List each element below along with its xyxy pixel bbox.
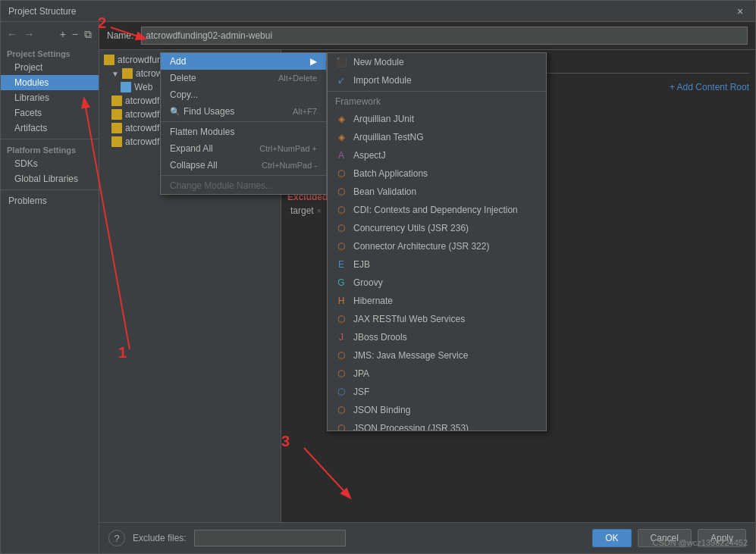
ctx-item-delete[interactable]: Delete Alt+Delete [161, 70, 326, 86]
sidebar-item-project[interactable]: Project [1, 60, 99, 75]
folder-icon [111, 123, 122, 133]
arq-icon: ◈ [335, 113, 347, 125]
jax-icon: ⬡ [335, 313, 347, 325]
submenu-ejb[interactable]: E EJB [328, 255, 546, 274]
submenu-json-binding[interactable]: ⬡ JSON Binding [328, 401, 546, 419]
ejb-icon: E [335, 258, 347, 271]
bottom-left: ? Exclude files: [108, 530, 346, 546]
json-icon: ⬡ [335, 404, 347, 416]
ctx-item-change-names[interactable]: Change Module Names... [161, 177, 326, 194]
remove-module-button[interactable]: − [70, 27, 80, 42]
submenu-concurrency[interactable]: ⬡ Concurrency Utils (JSR 236) [328, 219, 546, 237]
jms-icon: ⬡ [335, 349, 347, 362]
sidebar-item-libraries[interactable]: Libraries [1, 90, 99, 105]
sidebar-item-sdks[interactable]: SDKs [1, 156, 99, 171]
jsf-icon: ⬡ [335, 386, 347, 398]
folder-icon [104, 55, 114, 65]
ctx-separator-2 [161, 175, 326, 176]
ctx-item-add[interactable]: Add ▶ [161, 53, 326, 70]
submenu-jax[interactable]: ⬡ JAX RESTful Web Services [328, 310, 546, 328]
name-input[interactable] [141, 27, 748, 45]
module-icon: ⬛ [335, 56, 347, 68]
submenu-arquillian-testng[interactable]: ◈ Arquillian TestNG [328, 128, 546, 146]
help-button[interactable]: ? [108, 530, 125, 546]
sidebar-item-problems[interactable]: Problems [1, 193, 99, 208]
groovy-icon: G [335, 277, 347, 289]
jboss-icon: J [335, 331, 347, 343]
sidebar-divider [1, 139, 99, 139]
forward-button[interactable]: → [22, 27, 36, 42]
ctx-separator-1 [161, 121, 326, 122]
back-button[interactable]: ← [5, 27, 19, 42]
ok-button[interactable]: OK [592, 529, 631, 547]
sidebar-item-global-libraries[interactable]: Global Libraries [1, 171, 99, 186]
batch-icon: ⬡ [335, 167, 347, 180]
submenu-json-processing[interactable]: ⬡ JSON Processing (JSR 353) [328, 419, 546, 431]
arq2-icon: ◈ [335, 131, 347, 143]
submenu-jms[interactable]: ⬡ JMS: Java Message Service [328, 346, 546, 365]
submenu-framework-header: Framework [328, 93, 546, 110]
add-module-button[interactable]: + [58, 27, 68, 42]
copy-module-button[interactable]: ⧉ [82, 27, 94, 42]
hibernate-icon: H [335, 295, 347, 307]
folder-icon [122, 68, 133, 79]
platform-settings-label: Platform Settings [1, 142, 99, 156]
submenu-arquillian-junit[interactable]: ◈ Arquillian JUnit [328, 110, 546, 128]
exclude-files-label: Exclude files: [133, 533, 187, 543]
dialog-title: Project Structure [8, 6, 76, 17]
excluded-folder-path: target [290, 205, 314, 216]
ctx-item-flatten[interactable]: Flatten Modules [161, 124, 326, 140]
sidebar-item-artifacts[interactable]: Artifacts [1, 121, 99, 136]
module-icon [121, 82, 131, 92]
delete-excluded-icon[interactable]: × [317, 206, 322, 215]
bean-icon: ⬡ [335, 186, 347, 198]
title-bar: Project Structure × [1, 1, 755, 22]
folder-icon [111, 95, 122, 106]
submenu-groovy[interactable]: G Groovy [328, 274, 546, 292]
ctx-item-find-usages[interactable]: 🔍 Find Usages Alt+F7 [161, 103, 326, 120]
submenu-sep [328, 91, 546, 92]
tree-expand-icon: ▼ [111, 70, 119, 78]
sidebar-item-facets[interactable]: Facets [1, 105, 99, 121]
sidebar-item-modules[interactable]: Modules [1, 75, 99, 90]
framework-submenu: ⬛ New Module ↙ Import Module Framework ◈… [327, 52, 547, 431]
submenu-jpa[interactable]: ⬡ JPA [328, 365, 546, 383]
add-content-root-button[interactable]: + Add Content Root [670, 82, 749, 92]
conc-icon: ⬡ [335, 222, 347, 234]
ctx-item-expand-all[interactable]: Expand All Ctrl+NumPad + [161, 140, 326, 157]
conn-icon: ⬡ [335, 240, 347, 252]
close-button[interactable]: × [732, 5, 748, 17]
submenu-import-module[interactable]: ↙ Import Module [328, 71, 546, 89]
ctx-item-copy[interactable]: Copy... [161, 86, 326, 103]
sidebar-divider2 [1, 189, 99, 190]
cdi-icon: ⬡ [335, 204, 347, 216]
aspectj-icon: A [335, 149, 347, 161]
content-header: Name: [99, 22, 755, 50]
name-label: Name: [107, 30, 133, 41]
watermark: CSDN @wcz1398224452 [652, 538, 748, 547]
submenu-batch[interactable]: ⬡ Batch Applications [328, 164, 546, 183]
import-icon: ↙ [335, 74, 347, 86]
submenu-connector[interactable]: ⬡ Connector Architecture (JSR 322) [328, 237, 546, 255]
ctx-item-collapse-all[interactable]: Collapse All Ctrl+NumPad - [161, 157, 326, 174]
nav-controls: + − ⧉ [58, 27, 94, 42]
project-structure-dialog: Project Structure × ← → + − ⧉ Project Se… [0, 0, 756, 554]
submenu-bean-validation[interactable]: ⬡ Bean Validation [328, 183, 546, 201]
submenu-new-module[interactable]: ⬛ New Module [328, 53, 546, 71]
submenu-cdi[interactable]: ⬡ CDI: Contexts and Dependency Injection [328, 201, 546, 219]
submenu-jboss[interactable]: J JBoss Drools [328, 328, 546, 346]
jpa-icon: ⬡ [335, 368, 347, 380]
submenu-hibernate[interactable]: H Hibernate [328, 292, 546, 310]
folder-icon [111, 136, 122, 147]
context-menu: Add ▶ Delete Alt+Delete Copy... 🔍 Find U… [160, 52, 327, 195]
project-settings-label: Project Settings [1, 46, 99, 60]
folder-icon [111, 109, 122, 120]
sidebar: ← → + − ⧉ Project Settings Project Modul… [1, 22, 99, 553]
exclude-files-input[interactable] [194, 530, 346, 546]
sidebar-nav: ← → + − ⧉ [1, 25, 99, 43]
submenu-aspectj[interactable]: A AspectJ [328, 146, 546, 164]
submenu-jsf[interactable]: ⬡ JSF [328, 383, 546, 401]
json2-icon: ⬡ [335, 422, 347, 431]
